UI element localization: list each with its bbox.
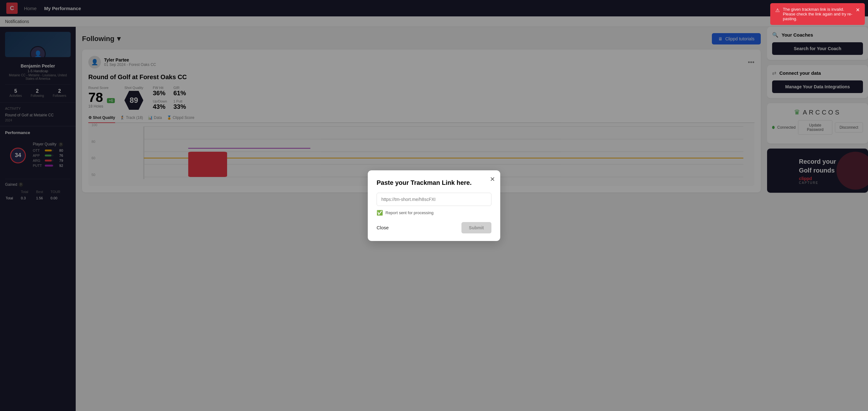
toast-message: The given trackman link is invalid. Plea…: [783, 7, 852, 21]
success-text: Report sent for processing: [385, 211, 433, 215]
modal-close-button[interactable]: Close: [377, 225, 389, 230]
success-icon: ✅: [377, 210, 383, 216]
modal-submit-button[interactable]: Submit: [461, 222, 491, 233]
trackman-link-input[interactable]: [377, 193, 491, 206]
trackman-modal: ✕ Paste your Trackman Link here. ✅ Repor…: [368, 170, 500, 241]
modal-success-message: ✅ Report sent for processing: [377, 210, 491, 216]
modal-close-x-button[interactable]: ✕: [490, 176, 495, 183]
toast-close-button[interactable]: ✕: [856, 7, 860, 13]
warning-icon: ⚠: [775, 7, 780, 13]
modal-title: Paste your Trackman Link here.: [377, 179, 491, 186]
modal-footer: Close Submit: [377, 222, 491, 233]
modal-overlay[interactable]: ✕ Paste your Trackman Link here. ✅ Repor…: [0, 0, 868, 411]
error-toast: ⚠ The given trackman link is invalid. Pl…: [770, 3, 865, 25]
